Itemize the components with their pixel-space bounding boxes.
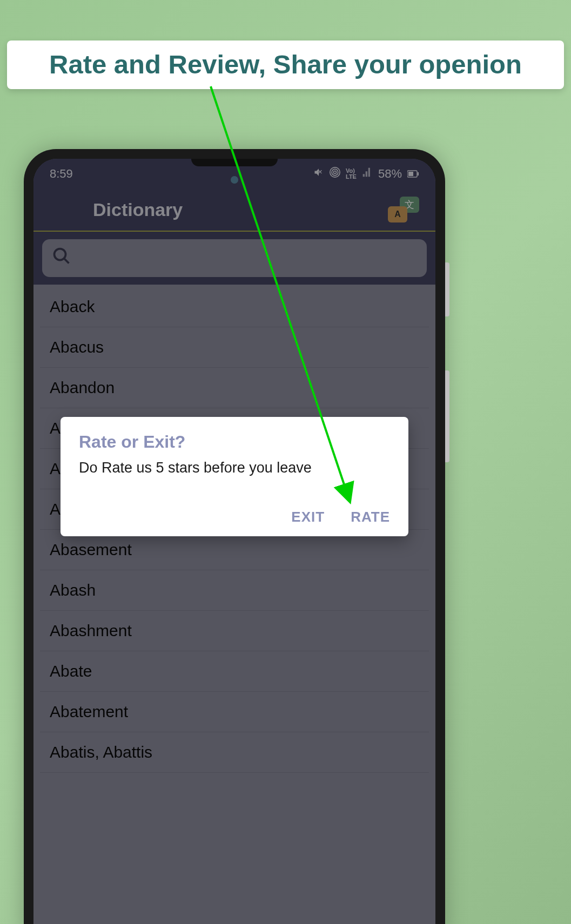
list-item[interactable]: Abate — [40, 651, 429, 692]
status-icons: Vo)LTE 58% — [313, 167, 419, 181]
list-item[interactable]: Abandon — [40, 368, 429, 408]
rate-dialog: Rate or Exit? Do Rate us 5 stars before … — [61, 417, 408, 536]
svg-point-2 — [333, 171, 336, 173]
hotspot-icon — [330, 167, 340, 181]
dialog-message: Do Rate us 5 stars before you leave — [79, 460, 390, 476]
phone-side-button — [445, 262, 449, 316]
svg-point-8 — [55, 249, 66, 260]
mute-icon — [313, 167, 324, 181]
word-list[interactable]: Aback Abacus Abandon A A A Abasement Aba… — [33, 285, 435, 924]
phone-frame: 8:59 Vo)LTE 58% Dictionary — [24, 149, 445, 924]
dialog-actions: EXIT RATE — [79, 509, 390, 525]
list-item[interactable]: Aback — [40, 287, 429, 327]
battery-text: 58% — [378, 167, 402, 181]
translate-icon[interactable]: 文 A — [388, 197, 419, 222]
phone-screen: 8:59 Vo)LTE 58% Dictionary — [33, 159, 435, 924]
phone-notch — [191, 159, 278, 166]
list-item[interactable]: Abash — [40, 570, 429, 611]
promo-banner: Rate and Review, Share your openion — [7, 41, 564, 89]
dialog-title: Rate or Exit? — [79, 432, 390, 452]
rate-button[interactable]: RATE — [351, 509, 390, 525]
search-icon — [52, 246, 71, 270]
translate-icon-front: A — [388, 206, 407, 222]
svg-line-9 — [64, 259, 69, 264]
battery-icon — [407, 167, 419, 181]
search-input[interactable] — [42, 239, 427, 277]
list-item[interactable]: Abashment — [40, 611, 429, 651]
list-item[interactable]: Abatis, Abattis — [40, 732, 429, 773]
app-title: Dictionary — [93, 199, 183, 220]
banner-text: Rate and Review, Share your openion — [16, 50, 555, 79]
signal-icon — [362, 167, 373, 181]
search-bar-container — [33, 232, 435, 285]
app-header: Dictionary 文 A — [33, 188, 435, 232]
status-time: 8:59 — [50, 167, 73, 181]
phone-side-button — [445, 370, 449, 462]
svg-rect-6 — [408, 172, 413, 176]
svg-point-3 — [332, 169, 338, 176]
volte-icon: Vo)LTE — [346, 168, 357, 180]
svg-rect-7 — [418, 172, 419, 176]
exit-button[interactable]: EXIT — [291, 509, 325, 525]
list-item[interactable]: Abacus — [40, 327, 429, 368]
list-item[interactable]: Abatement — [40, 692, 429, 732]
phone-camera — [231, 176, 238, 184]
